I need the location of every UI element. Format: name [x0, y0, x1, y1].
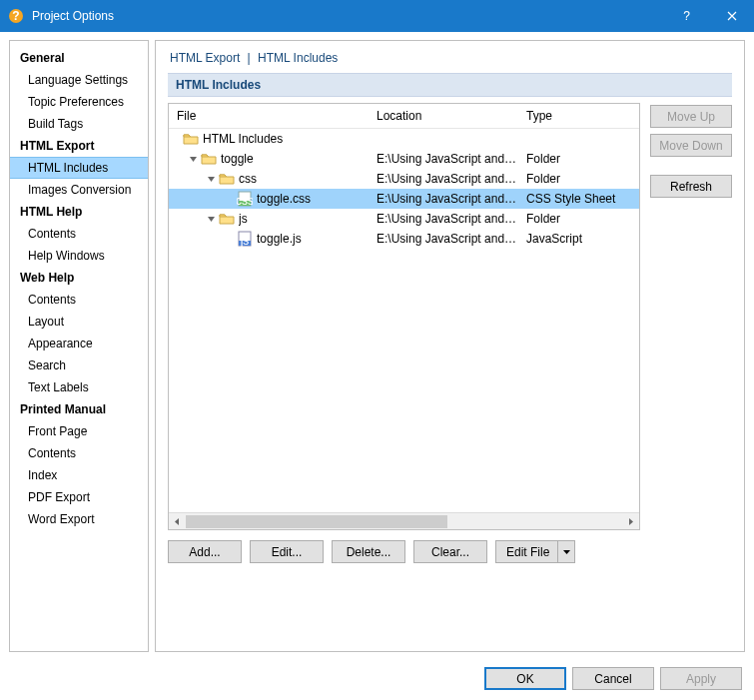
nav-item[interactable]: Contents — [10, 289, 148, 311]
tree-type: JavaScript — [518, 232, 639, 246]
tree-row[interactable]: jsE:\Using JavaScript and C…Folder — [169, 209, 639, 229]
chevron-down-icon[interactable] — [205, 215, 217, 224]
dialog-footer: OK Cancel Apply — [484, 667, 742, 690]
tree-body[interactable]: •HTML IncludestoggleE:\Using JavaScript … — [169, 129, 639, 512]
svg-text:js: js — [240, 234, 250, 247]
move-up-button[interactable]: Move Up — [650, 105, 732, 128]
tree-location: E:\Using JavaScript and C… — [369, 192, 518, 206]
svg-text:css: css — [237, 194, 253, 207]
folderOpen-icon — [219, 171, 235, 187]
col-location[interactable]: Location — [369, 104, 518, 129]
refresh-button[interactable]: Refresh — [650, 175, 732, 198]
scroll-thumb[interactable] — [186, 515, 447, 528]
breadcrumb-a: HTML Export — [170, 51, 240, 65]
tree-location: E:\Using JavaScript and C… — [369, 232, 518, 246]
tree-label: toggle.css — [257, 192, 311, 206]
scroll-track[interactable] — [186, 513, 622, 529]
edit-file-button[interactable]: Edit File — [495, 540, 575, 563]
ok-button[interactable]: OK — [484, 667, 566, 690]
tree-row[interactable]: toggleE:\Using JavaScript and C…Folder — [169, 149, 639, 169]
nav-item[interactable]: HTML Includes — [10, 157, 148, 179]
tree-row[interactable]: •csstoggle.cssE:\Using JavaScript and C…… — [169, 189, 639, 209]
includes-tree[interactable]: File Location Type •HTML IncludestoggleE… — [168, 103, 640, 530]
chevron-down-icon — [563, 550, 570, 554]
help-button[interactable]: ? — [664, 0, 709, 31]
nav-item[interactable]: Help Windows — [10, 245, 148, 267]
apply-button[interactable]: Apply — [660, 667, 742, 690]
section-header: HTML Includes — [168, 73, 732, 97]
help-icon: ? — [683, 9, 690, 23]
side-button-bar: Move Up Move Down Refresh — [650, 103, 732, 639]
h-scrollbar[interactable] — [169, 512, 639, 529]
edit-button[interactable]: Edit... — [250, 540, 324, 563]
folder-icon — [183, 131, 199, 147]
chevron-down-icon[interactable] — [205, 175, 217, 184]
nav-item[interactable]: Front Page — [10, 420, 148, 442]
tree-location: E:\Using JavaScript and C… — [369, 212, 518, 226]
folderOpen-icon — [201, 151, 217, 167]
window-title: Project Options — [32, 9, 664, 23]
nav-item[interactable]: Build Tags — [10, 113, 148, 135]
nav-item[interactable]: PDF Export — [10, 486, 148, 508]
svg-text:?: ? — [12, 9, 19, 23]
app-icon: ? — [8, 8, 24, 24]
category-nav: GeneralLanguage SettingsTopic Preference… — [9, 40, 149, 652]
nav-section[interactable]: Printed Manual — [10, 398, 148, 420]
nav-item[interactable]: Word Export — [10, 508, 148, 530]
nav-item[interactable]: Layout — [10, 311, 148, 333]
tree-location: E:\Using JavaScript and C… — [369, 172, 518, 186]
cancel-button[interactable]: Cancel — [572, 667, 654, 690]
nav-item[interactable]: Contents — [10, 223, 148, 245]
nav-item[interactable]: Language Settings — [10, 69, 148, 91]
tree-headers: File Location Type — [169, 104, 639, 129]
section-title: HTML Includes — [176, 78, 261, 92]
move-down-button[interactable]: Move Down — [650, 134, 732, 157]
nav-section[interactable]: General — [10, 47, 148, 69]
title-bar: ? Project Options ? — [0, 0, 754, 31]
main-panel: HTML Export | HTML Includes HTML Include… — [155, 40, 745, 652]
tree-row[interactable]: •HTML Includes — [169, 129, 639, 149]
tree-label: HTML Includes — [203, 132, 283, 146]
scroll-left-icon[interactable] — [169, 513, 186, 529]
tree-row[interactable]: •jstoggle.jsE:\Using JavaScript and C…Ja… — [169, 229, 639, 249]
tree-type: Folder — [518, 152, 639, 166]
nav-item[interactable]: Images Conversion — [10, 179, 148, 201]
close-icon — [727, 11, 737, 21]
nav-item[interactable]: Index — [10, 464, 148, 486]
tree-label: toggle.js — [257, 232, 302, 246]
col-type[interactable]: Type — [518, 104, 639, 129]
delete-button[interactable]: Delete... — [332, 540, 405, 563]
breadcrumb: HTML Export | HTML Includes — [168, 49, 732, 73]
folderOpen-icon — [219, 211, 235, 227]
nav-item[interactable]: Text Labels — [10, 376, 148, 398]
scroll-right-icon[interactable] — [622, 513, 639, 529]
nav-section[interactable]: HTML Help — [10, 201, 148, 223]
clear-button[interactable]: Clear... — [413, 540, 487, 563]
breadcrumb-b: HTML Includes — [258, 51, 338, 65]
tree-button-bar: Add... Edit... Delete... Clear... Edit F… — [168, 540, 640, 563]
breadcrumb-sep: | — [248, 51, 251, 65]
chevron-down-icon[interactable] — [187, 155, 199, 164]
nav-item[interactable]: Search — [10, 354, 148, 376]
tree-location: E:\Using JavaScript and C… — [369, 152, 518, 166]
add-button[interactable]: Add... — [168, 540, 242, 563]
tree-type: Folder — [518, 172, 639, 186]
nav-item[interactable]: Appearance — [10, 333, 148, 354]
tree-row[interactable]: cssE:\Using JavaScript and C…Folder — [169, 169, 639, 189]
tree-label: toggle — [221, 152, 254, 166]
js-icon: js — [237, 231, 253, 247]
tree-type: Folder — [518, 212, 639, 226]
nav-item[interactable]: Contents — [10, 442, 148, 464]
nav-section[interactable]: Web Help — [10, 267, 148, 289]
tree-label: css — [239, 172, 257, 186]
close-button[interactable] — [709, 0, 754, 31]
nav-item[interactable]: Topic Preferences — [10, 91, 148, 113]
css-icon: css — [237, 191, 253, 207]
edit-file-dropdown[interactable] — [558, 550, 574, 554]
tree-type: CSS Style Sheet — [518, 192, 639, 206]
col-file[interactable]: File — [169, 104, 369, 129]
tree-label: js — [239, 212, 248, 226]
nav-section[interactable]: HTML Export — [10, 135, 148, 157]
